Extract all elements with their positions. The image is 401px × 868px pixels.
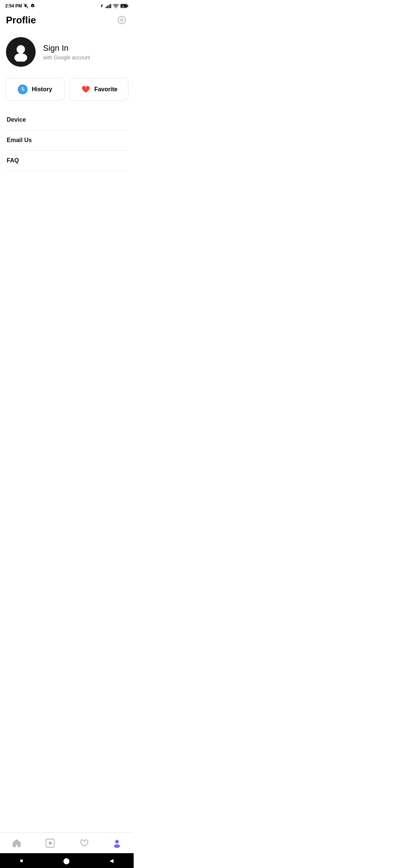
- avatar-icon: [11, 42, 30, 62]
- svg-point-11: [17, 45, 25, 54]
- heart-icon: [80, 84, 91, 95]
- page-title: Proflie: [6, 14, 36, 26]
- action-buttons-row: History Favorite: [0, 78, 134, 110]
- avatar: [6, 37, 36, 67]
- menu-item-device[interactable]: Device: [6, 110, 128, 130]
- history-label: History: [32, 86, 52, 93]
- profile-info: Sign In with Google account: [43, 43, 90, 60]
- svg-point-17: [22, 89, 23, 90]
- svg-text:99: 99: [122, 5, 124, 7]
- svg-rect-1: [106, 7, 107, 8]
- history-button[interactable]: History: [5, 78, 65, 101]
- battery-icon: 99: [120, 4, 128, 8]
- wifi-icon: [113, 4, 119, 8]
- svg-point-5: [115, 7, 116, 8]
- svg-point-12: [14, 53, 27, 62]
- email-label: Email Us: [7, 137, 32, 144]
- page-header: Proflie: [0, 10, 134, 30]
- mute-icon: [23, 3, 29, 9]
- alarm-icon: [30, 3, 35, 9]
- bluetooth-icon: [100, 3, 104, 9]
- device-label: Device: [7, 116, 26, 123]
- signal-icon: [105, 3, 111, 9]
- svg-rect-3: [109, 5, 110, 8]
- faq-label: FAQ: [7, 157, 19, 164]
- status-indicators: 99: [100, 3, 128, 9]
- settings-gear-icon: [117, 15, 127, 25]
- svg-rect-4: [110, 4, 111, 8]
- settings-button[interactable]: [116, 14, 128, 26]
- profile-section[interactable]: Sign In with Google account: [0, 30, 134, 78]
- menu-list: Device Email Us FAQ: [0, 110, 134, 171]
- clock-icon: [17, 84, 28, 95]
- svg-rect-8: [127, 5, 128, 7]
- sign-in-subtitle: with Google account: [43, 55, 90, 60]
- favorite-label: Favorite: [94, 86, 117, 93]
- menu-item-email[interactable]: Email Us: [6, 130, 128, 151]
- favorite-button[interactable]: Favorite: [69, 78, 128, 101]
- sign-in-label: Sign In: [43, 43, 90, 53]
- time-text: 2:54 PM: [5, 3, 22, 9]
- svg-point-10: [121, 19, 123, 22]
- status-time: 2:54 PM: [5, 3, 35, 9]
- svg-rect-2: [107, 6, 108, 8]
- menu-item-faq[interactable]: FAQ: [6, 151, 128, 171]
- status-bar: 2:54 PM: [0, 0, 134, 10]
